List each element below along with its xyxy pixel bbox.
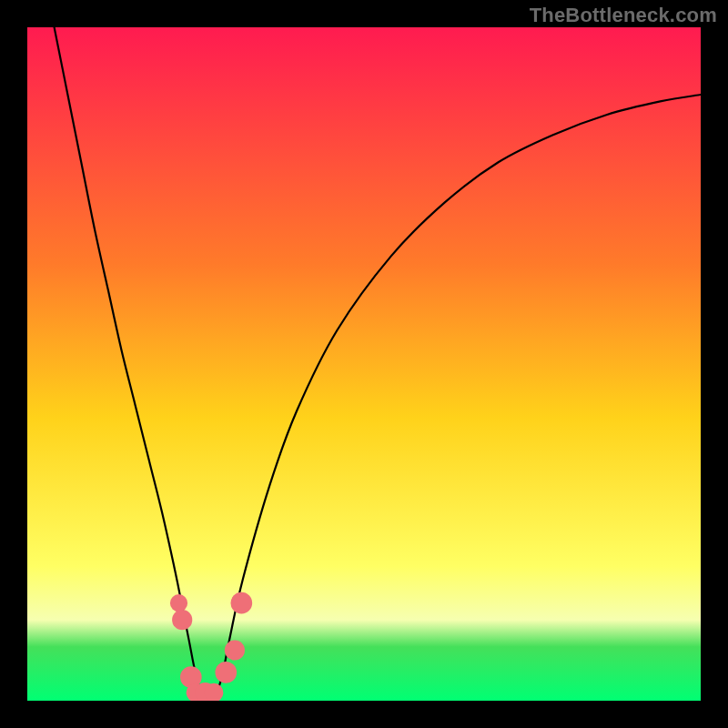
marker-dot [230, 592, 252, 614]
marker-dot [225, 640, 245, 660]
bottleneck-chart [27, 27, 701, 701]
marker-dot [172, 610, 192, 630]
gradient-background [27, 27, 701, 701]
chart-frame: TheBottleneck.com [0, 0, 728, 728]
watermark-text: TheBottleneck.com [530, 4, 717, 27]
plot-area [27, 27, 701, 701]
marker-dot [170, 594, 187, 612]
marker-dot [215, 662, 237, 683]
